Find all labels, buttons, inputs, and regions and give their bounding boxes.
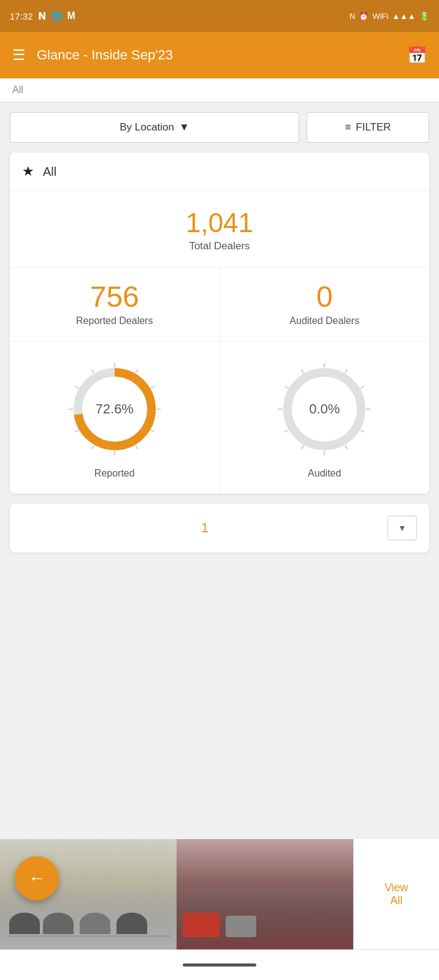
page-title: Glance - Inside Sep'23	[37, 47, 173, 63]
stats-card: ★ All 1,041 Total Dealers 756 Reported D…	[10, 153, 429, 494]
svg-line-10	[91, 445, 94, 449]
bottom-card-number: 1	[201, 520, 208, 535]
svg-line-4	[136, 369, 138, 373]
m-icon: M	[67, 10, 75, 21]
total-dealers-number: 1,041	[22, 209, 417, 236]
svg-line-2	[91, 369, 94, 373]
audited-number: 0	[226, 282, 424, 312]
all-label: All	[43, 165, 56, 179]
filter-button[interactable]: ≡ FILTER	[307, 112, 429, 143]
audited-chart-cell: 0.0% Audited	[220, 342, 430, 494]
location-button-label: By Location	[120, 121, 174, 134]
tab-bar: All	[0, 78, 439, 102]
header: ☰ Glance - Inside Sep'23 📅	[0, 32, 439, 78]
audited-donut-container: 0.0%	[275, 360, 373, 458]
reported-chart-cell: 72.6% Reported	[10, 342, 220, 494]
main-content: By Location ▼ ≡ FILTER ★ All 1,041 Total…	[0, 102, 439, 572]
audited-dealers-cell: 0 Audited Dealers	[220, 268, 430, 341]
reported-percent-text: 72.6%	[96, 401, 134, 417]
location-button[interactable]: By Location ▼	[10, 112, 299, 143]
svg-line-19	[361, 386, 364, 389]
svg-line-5	[151, 386, 155, 389]
filter-row: By Location ▼ ≡ FILTER	[10, 112, 429, 143]
nfc-icon: N	[349, 12, 355, 21]
audited-label: Audited Dealers	[226, 315, 424, 326]
svg-line-24	[302, 445, 304, 449]
network-icon: 𝗡	[38, 10, 46, 22]
battery-icon: 🔋	[419, 12, 429, 21]
dealers-row: 756 Reported Dealers 0 Audited Dealers	[10, 268, 429, 342]
svg-line-18	[345, 369, 348, 373]
back-fab-button[interactable]: ←	[15, 856, 59, 900]
showroom-image-2	[177, 839, 353, 949]
status-bar: 17:32 𝗡 🌐 M N ⏰ WiFi ▲▲▲ 🔋	[0, 0, 439, 32]
all-header: ★ All	[10, 153, 429, 191]
dropdown-icon: ▼	[179, 121, 189, 134]
signal-icon: ▲▲▲	[392, 12, 416, 21]
calendar-button[interactable]: 📅	[407, 46, 427, 65]
bottom-card: 1 ▼	[10, 503, 429, 552]
dropdown-button[interactable]: ▼	[387, 516, 417, 540]
total-dealers-label: Total Dealers	[22, 240, 417, 252]
view-all-label: ViewAll	[384, 881, 408, 907]
tab-all[interactable]: All	[12, 85, 23, 95]
reported-chart-label: Reported	[94, 468, 135, 479]
gallery-image-2	[177, 839, 353, 949]
svg-line-22	[345, 445, 348, 449]
status-right: N ⏰ WiFi ▲▲▲ 🔋	[349, 12, 429, 21]
status-left: 17:32 𝗡 🌐 M	[10, 10, 75, 22]
svg-line-11	[75, 430, 78, 432]
audited-chart-label: Audited	[308, 468, 341, 479]
reported-dealers-cell: 756 Reported Dealers	[10, 268, 220, 341]
gallery-row: ViewAll	[0, 839, 439, 949]
total-dealers-section: 1,041 Total Dealers	[10, 191, 429, 268]
svg-line-25	[284, 430, 288, 432]
svg-line-7	[151, 430, 155, 432]
svg-line-8	[136, 445, 138, 449]
filter-icon: ≡	[345, 121, 351, 134]
filter-button-label: FILTER	[356, 121, 391, 134]
audited-percent-text: 0.0%	[309, 401, 340, 417]
header-left: ☰ Glance - Inside Sep'23	[12, 47, 173, 64]
reported-number: 756	[16, 282, 213, 312]
star-icon: ★	[22, 164, 34, 179]
time-display: 17:32	[10, 11, 33, 21]
reported-label: Reported Dealers	[16, 315, 213, 326]
menu-button[interactable]: ☰	[12, 47, 26, 64]
nav-indicator	[183, 963, 256, 967]
svg-line-21	[361, 430, 364, 432]
svg-line-1	[75, 386, 78, 389]
wifi-icon: WiFi	[372, 12, 388, 21]
svg-line-16	[302, 369, 304, 373]
charts-row: 72.6% Reported	[10, 342, 429, 494]
alarm-icon: ⏰	[359, 12, 368, 21]
reported-donut-container: 72.6%	[66, 360, 164, 458]
nav-bar	[0, 949, 439, 980]
globe-icon: 🌐	[51, 10, 63, 21]
back-arrow-icon: ←	[28, 869, 45, 888]
svg-line-15	[284, 386, 288, 389]
view-all-button[interactable]: ViewAll	[353, 839, 439, 949]
